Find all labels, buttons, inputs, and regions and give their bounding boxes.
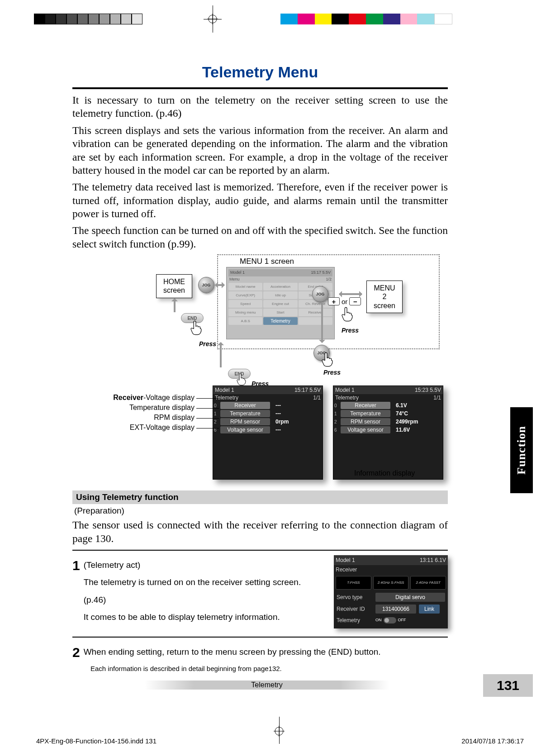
telemetry-screen-no-data: Model 115:17 5.5V Telemetry1/1 0Receiver… (213, 386, 323, 480)
section-heading: Using Telemetry function (72, 490, 448, 504)
callout-line (196, 408, 219, 409)
menu1-label: MENU 1 screen (240, 257, 294, 266)
information-display-label: Information display (354, 469, 415, 477)
step2-note: Each information is described in detail … (90, 665, 448, 672)
link-button: Link (419, 604, 440, 614)
print-registration-marks-bottom (0, 726, 560, 744)
minus-button-icon: − (349, 297, 361, 305)
side-tab-function: Function (510, 407, 533, 493)
arrow-icon (321, 304, 323, 343)
step1-heading: (Telemetry act) (84, 560, 141, 570)
telemetry-menu-item: Telemetry (263, 317, 297, 325)
title-rule (72, 87, 448, 89)
arrow-icon (220, 343, 222, 367)
telemetry-screen-with-data: Model 115:23 5.5V Telemetry1/1 0Receiver… (333, 386, 443, 480)
arrow-icon (339, 293, 362, 295)
color-bar-icon (280, 14, 452, 24)
paragraph: The speech function can be turned on and… (72, 224, 448, 251)
callout-line (196, 418, 219, 419)
pointing-hand-icon (235, 373, 247, 386)
plus-minus-buttons: + or − (328, 297, 361, 305)
callout-ext-voltage: EXT-Voltage display (90, 424, 195, 432)
plus-button-icon: + (328, 297, 340, 305)
callout-line (196, 428, 219, 428)
print-registration-marks (0, 10, 560, 28)
callout-temperature: Temperature display (90, 404, 195, 412)
press-label: Press (199, 340, 216, 347)
receiver-setting-screenshot: Model 113:11 6.1V Receiver T-FHSS 2.4GHz… (334, 555, 448, 628)
paragraph: This screen displays and sets the variou… (72, 124, 448, 177)
preparation-text: The sensor used is connected with the re… (72, 519, 448, 545)
menu1-screenshot: Model 115:17 5.5V Menu1/2 Model nameAcce… (226, 267, 335, 339)
jog-dial-icon: JOG (312, 286, 328, 302)
footer-section-label: Telemetry (145, 681, 389, 690)
arrow-icon (174, 299, 176, 312)
divider (72, 550, 448, 551)
step2-text: When ending setting, return to the menu … (84, 646, 448, 659)
content-column: Telemetry Menu It is necessary to turn o… (72, 63, 448, 672)
paragraph: It is necessary to turn on the telemetry… (72, 94, 448, 120)
divider (72, 637, 448, 638)
callout-receiver-voltage: Receiver-Voltage display (90, 394, 195, 402)
press-label: Press (323, 369, 341, 376)
page-number: 131 (483, 674, 533, 697)
page-title: Telemetry Menu (72, 63, 448, 81)
registration-target-icon (207, 14, 218, 24)
sfhss-logo-icon: 2.4GHz S-FHSS (373, 576, 409, 590)
pointing-hand-icon (320, 352, 334, 368)
callout-line (196, 398, 219, 399)
crop-mark-icon (279, 717, 280, 744)
press-label: Press (342, 327, 359, 334)
callout-rpm: RPM display (90, 414, 195, 422)
paragraph: The telemetry data received last is memo… (72, 181, 448, 220)
pointing-hand-icon (340, 306, 354, 323)
menu2-screen-box: MENU 2 screen (366, 281, 403, 313)
toggle-switch-icon (384, 617, 396, 623)
step-number: 2 (72, 642, 80, 663)
step-2: 2 When ending setting, return to the men… (72, 642, 448, 663)
or-label: or (342, 298, 347, 305)
grayscale-ramp-icon (34, 14, 142, 24)
manual-page: Telemetry Menu It is necessary to turn o… (27, 36, 533, 715)
home-screen-box: HOME screen (156, 274, 192, 298)
fasst-logo-icon: 2.4GHz FASST (410, 576, 446, 590)
tfhss-logo-icon: T-FHSS (336, 576, 371, 590)
callout-text: -Voltage display (143, 394, 195, 401)
preparation-label: (Preparation) (74, 506, 448, 516)
step-number: 1 (72, 555, 80, 632)
telemetry-toggle: ON OFF (375, 617, 406, 623)
pointing-hand-icon (189, 320, 203, 336)
intro-text: It is necessary to turn on the telemetry… (72, 94, 448, 251)
step-1: 1 (Telemetry act) The telemetry is turne… (72, 555, 448, 632)
navigation-diagram: MENU 1 screen Model 115:17 5.5V Menu1/2 … (72, 254, 448, 490)
arrow-icon (215, 284, 224, 286)
